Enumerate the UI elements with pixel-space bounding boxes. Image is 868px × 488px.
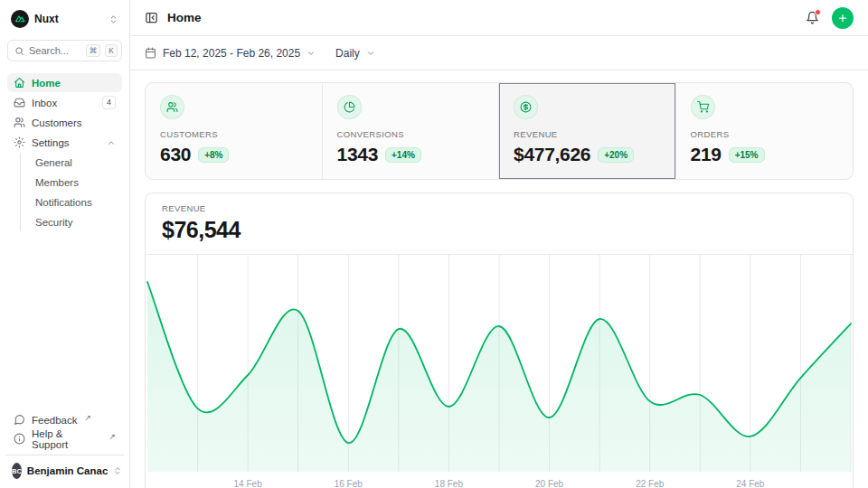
dollar-circle-icon <box>514 95 538 119</box>
user-name: Benjamin Canac <box>27 465 108 476</box>
home-icon <box>14 77 25 89</box>
x-tick-label: 16 Feb <box>335 479 363 488</box>
users-icon <box>160 95 184 119</box>
chart-title: REVENUE <box>162 203 836 213</box>
revenue-chart-card: REVENUE $76,544 <box>145 192 854 488</box>
sidebar-item-label: Settings <box>32 137 100 148</box>
x-tick-label: 22 Feb <box>636 479 664 488</box>
stat-label: REVENUE <box>514 129 661 139</box>
delta-badge: +20% <box>598 147 634 163</box>
interval-label: Daily <box>335 47 360 60</box>
chart-header: REVENUE $76,544 <box>146 193 853 254</box>
dashboard-content: CUSTOMERS 630 +8% CONVERSIONS 1343 +14% <box>130 70 868 488</box>
x-tick-label: 24 Feb <box>736 479 764 488</box>
search-field[interactable] <box>29 45 81 56</box>
x-axis: 14 Feb16 Feb18 Feb20 Feb22 Feb24 Feb <box>146 472 853 488</box>
search-icon <box>14 46 24 56</box>
plus-icon <box>837 13 848 23</box>
stat-revenue[interactable]: REVENUE $477,626 +20% <box>499 83 676 179</box>
stat-value: $477,626 <box>514 144 590 165</box>
stat-label: ORDERS <box>691 129 839 139</box>
workspace-name: Nuxt <box>34 13 103 25</box>
chevrons-up-down-icon <box>108 14 118 24</box>
date-range-label: Feb 12, 2025 - Feb 26, 2025 <box>163 47 300 60</box>
chevron-up-icon <box>107 138 116 147</box>
stat-value: 630 <box>160 144 191 165</box>
nuxt-logo-icon <box>11 10 29 28</box>
stat-orders[interactable]: ORDERS 219 +15% <box>676 83 854 179</box>
sidebar-item-home[interactable]: Home <box>7 73 122 92</box>
chevron-down-icon <box>307 49 316 58</box>
notification-dot <box>815 9 821 15</box>
pie-chart-icon <box>337 95 362 119</box>
user-menu[interactable]: BC Benjamin Canac <box>7 461 122 481</box>
sidebar-item-security[interactable]: Security <box>30 212 122 231</box>
stats-row: CUSTOMERS 630 +8% CONVERSIONS 1343 +14% <box>145 82 854 180</box>
x-tick-label: 18 Feb <box>435 479 463 488</box>
stat-customers[interactable]: CUSTOMERS 630 +8% <box>146 83 323 179</box>
chevron-down-icon <box>366 49 375 58</box>
delta-badge: +15% <box>729 147 765 163</box>
sidebar-item-members[interactable]: Members <box>30 173 122 192</box>
stat-value: 219 <box>691 144 722 165</box>
search-input[interactable]: ⌘ K <box>7 40 122 61</box>
top-header: Home <box>130 0 868 36</box>
sidebar-item-settings[interactable]: Settings <box>7 133 122 152</box>
chart-current-value: $76,544 <box>162 217 836 243</box>
delta-badge: +14% <box>385 147 421 163</box>
inbox-icon <box>14 97 25 108</box>
filter-toolbar: Feb 12, 2025 - Feb 26, 2025 Daily <box>130 36 868 70</box>
avatar: BC <box>12 463 22 479</box>
external-link-icon: ↗ <box>108 432 116 441</box>
message-bubble-icon <box>14 414 25 426</box>
sidebar-item-label: Help & Support <box>32 428 101 450</box>
cart-icon <box>691 95 715 119</box>
date-range-picker[interactable]: Feb 12, 2025 - Feb 26, 2025 <box>145 47 316 60</box>
sidebar-item-general[interactable]: General <box>30 153 122 172</box>
sidebar-item-customers[interactable]: Customers <box>7 113 122 132</box>
sidebar-item-label: Feedback <box>32 415 78 426</box>
sidebar-item-label: Inbox <box>32 98 96 108</box>
settings-submenu: General Members Notifications Security <box>20 153 122 231</box>
stat-label: CONVERSIONS <box>337 129 485 139</box>
external-link-icon: ↗ <box>85 413 92 422</box>
interval-select[interactable]: Daily <box>335 47 375 60</box>
sidebar-divider <box>5 455 124 455</box>
main-panel: Home Feb 12, 2025 - Feb 26, 2025 <box>130 0 868 488</box>
kbd-k: K <box>105 44 118 57</box>
add-button[interactable] <box>832 7 854 29</box>
kbd-meta: ⌘ <box>86 44 101 57</box>
sidebar-item-feedback[interactable]: Feedback ↗ <box>7 410 122 429</box>
workspace-switcher[interactable]: Nuxt <box>7 8 122 30</box>
gear-icon <box>14 136 25 148</box>
info-circle-icon <box>14 433 25 445</box>
page-title: Home <box>167 11 202 24</box>
chevrons-up-down-icon <box>113 466 122 475</box>
sidebar-item-label: Home <box>32 78 116 89</box>
x-tick-label: 20 Feb <box>535 479 563 488</box>
sidebar-item-label: Customers <box>32 117 116 128</box>
inbox-count-badge: 4 <box>102 96 116 109</box>
notifications-button[interactable] <box>806 11 819 24</box>
sidebar-footer: Feedback ↗ Help & Support ↗ BC Benjamin … <box>7 410 122 481</box>
collapse-sidebar-icon[interactable] <box>145 11 158 24</box>
chart-svg <box>146 255 853 472</box>
stat-label: CUSTOMERS <box>160 129 307 139</box>
app-window: Nuxt ⌘ K Home Inbo <box>0 0 868 488</box>
sidebar: Nuxt ⌘ K Home Inbo <box>0 0 130 488</box>
sidebar-item-inbox[interactable]: Inbox 4 <box>7 93 122 112</box>
calendar-icon <box>145 47 156 59</box>
delta-badge: +8% <box>198 147 229 163</box>
users-icon <box>14 117 25 128</box>
sidebar-nav: Home Inbox 4 Customers Settings <box>7 73 122 231</box>
sidebar-item-help-support[interactable]: Help & Support ↗ <box>7 429 122 448</box>
sidebar-item-notifications[interactable]: Notifications <box>30 192 122 211</box>
x-tick-label: 14 Feb <box>234 479 262 488</box>
revenue-area-chart <box>146 255 853 472</box>
stat-conversions[interactable]: CONVERSIONS 1343 +14% <box>323 83 500 179</box>
stat-value: 1343 <box>337 144 379 165</box>
